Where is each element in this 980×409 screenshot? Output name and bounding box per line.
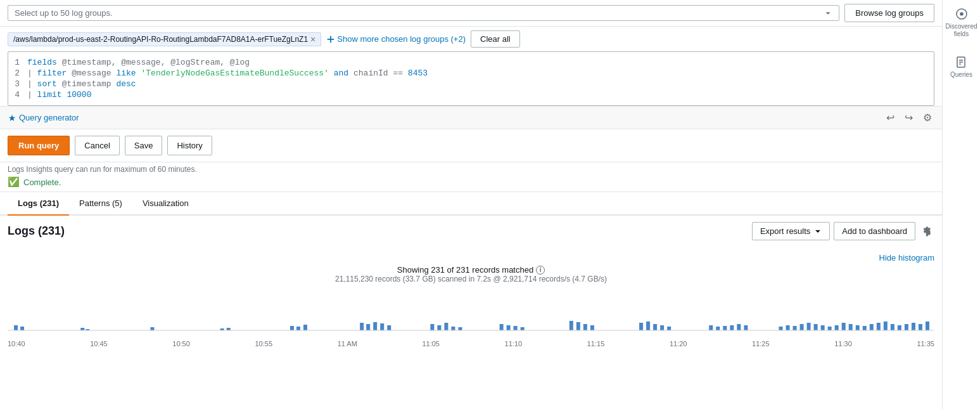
history-button[interactable]: History (167, 136, 212, 155)
svg-rect-12 (303, 325, 307, 330)
histogram-records: Showing 231 of 231 records matched i (8, 265, 934, 275)
svg-rect-30 (590, 325, 594, 330)
svg-rect-42 (779, 327, 782, 330)
svg-rect-20 (444, 323, 448, 330)
histogram-area: Hide histogram Showing 231 of 231 record… (0, 253, 942, 347)
sidebar-item-label-discovered: Discoveredfields (945, 23, 977, 38)
svg-rect-14 (366, 324, 370, 330)
svg-rect-38 (723, 326, 727, 330)
svg-rect-10 (290, 326, 294, 330)
query-line-3: 3 | sort @timestamp desc (8, 79, 934, 89)
query-line-1: 1 fields @timestamp, @message, @logStrea… (8, 57, 934, 68)
svg-rect-22 (458, 327, 462, 330)
log-group-placeholder: Select up to 50 log groups. (15, 8, 824, 18)
resize-handle[interactable] (926, 98, 934, 105)
svg-rect-4 (20, 327, 24, 330)
magic-icon (8, 114, 16, 122)
svg-rect-46 (807, 323, 811, 330)
svg-rect-60 (905, 324, 908, 330)
sidebar-item-label-queries: Queries (950, 71, 972, 78)
tag-close-button[interactable]: × (310, 35, 315, 44)
browse-log-groups-button[interactable]: Browse log groups (844, 4, 934, 22)
x-axis-labels: 10:40 10:45 10:50 10:55 11 AM 11:05 11:1… (8, 339, 934, 347)
svg-rect-62 (919, 324, 922, 330)
tag-row: /aws/lambda/prod-us-east-2-RoutingAPI-Ro… (0, 27, 942, 51)
svg-rect-56 (877, 323, 881, 330)
svg-rect-47 (814, 324, 818, 330)
query-toolbar: Query generator ↩ ↪ ⚙ (0, 106, 942, 129)
svg-rect-28 (576, 322, 580, 330)
plus-icon (326, 35, 335, 44)
svg-rect-53 (856, 325, 860, 330)
svg-rect-25 (514, 326, 518, 330)
export-results-button[interactable]: Export results (752, 222, 830, 240)
logs-section: Logs (231) Export results Add to dashboa… (0, 216, 942, 253)
hide-histogram-link[interactable]: Hide histogram (879, 253, 934, 263)
histogram-chart (8, 286, 934, 337)
svg-rect-3 (14, 325, 18, 330)
svg-rect-39 (730, 325, 734, 330)
svg-rect-27 (570, 321, 573, 330)
tab-patterns[interactable]: Patterns (5) (69, 192, 132, 216)
complete-status: Complete. (23, 178, 61, 187)
dropdown-chevron-icon (824, 9, 832, 18)
sidebar-item-queries[interactable]: Queries (948, 53, 975, 81)
svg-rect-54 (863, 326, 867, 330)
svg-rect-63 (926, 321, 929, 330)
svg-rect-36 (709, 325, 713, 330)
settings-button[interactable]: ⚙ (920, 110, 934, 125)
info-icon: i (536, 266, 545, 275)
svg-rect-23 (500, 324, 504, 330)
undo-button[interactable]: ↩ (884, 110, 897, 125)
dropdown-arrow-icon (814, 228, 822, 235)
clear-all-button[interactable]: Clear all (471, 30, 520, 48)
sidebar-item-discovered-fields[interactable]: Discoveredfields (943, 5, 979, 41)
run-query-button[interactable]: Run query (8, 136, 70, 155)
histogram-header-row: Hide histogram (8, 253, 934, 265)
tab-visualization[interactable]: Visualization (132, 192, 199, 216)
svg-rect-58 (891, 324, 894, 330)
svg-rect-34 (660, 325, 664, 330)
query-lines[interactable]: 1 fields @timestamp, @message, @logStrea… (8, 52, 934, 105)
complete-icon: ✅ (8, 176, 20, 188)
svg-rect-1 (328, 39, 334, 40)
svg-rect-59 (898, 325, 901, 330)
svg-rect-21 (451, 327, 455, 330)
svg-rect-35 (667, 327, 671, 330)
svg-rect-29 (583, 324, 587, 330)
cancel-button[interactable]: Cancel (75, 136, 119, 155)
svg-rect-44 (793, 326, 797, 330)
query-generator-link[interactable]: Query generator (8, 113, 79, 122)
svg-rect-5 (80, 328, 84, 330)
circle-dot-icon (955, 8, 968, 20)
svg-rect-61 (912, 323, 915, 330)
save-button[interactable]: Save (125, 136, 163, 155)
show-more-link[interactable]: Show more chosen log groups (+2) (326, 34, 466, 44)
add-to-dashboard-button[interactable]: Add to dashboard (834, 222, 915, 240)
svg-rect-49 (828, 327, 832, 330)
svg-rect-40 (737, 324, 741, 330)
redo-button[interactable]: ↪ (902, 110, 915, 125)
svg-rect-48 (821, 325, 825, 330)
svg-rect-55 (870, 324, 874, 330)
logs-header: Logs (231) Export results Add to dashboa… (8, 222, 934, 240)
logs-settings-button[interactable] (919, 224, 934, 239)
top-bar: Select up to 50 log groups. Browse log g… (0, 0, 942, 27)
svg-point-66 (960, 13, 963, 15)
query-generator-label: Query generator (19, 113, 79, 122)
histogram-info: Showing 231 of 231 records matched i 21,… (8, 265, 934, 283)
svg-rect-15 (373, 322, 377, 330)
action-bar: Run query Cancel Save History (0, 129, 942, 162)
svg-rect-9 (227, 328, 231, 330)
svg-rect-52 (849, 324, 853, 330)
log-group-selector[interactable]: Select up to 50 log groups. (8, 5, 839, 21)
query-editor[interactable]: 1 fields @timestamp, @message, @logStrea… (8, 51, 934, 106)
tag-label: /aws/lambda/prod-us-east-2-RoutingAPI-Ro… (13, 35, 308, 44)
svg-rect-17 (387, 325, 391, 330)
svg-rect-45 (800, 324, 804, 330)
svg-rect-31 (639, 323, 643, 330)
svg-rect-57 (884, 321, 888, 330)
logs-title: Logs (231) (8, 224, 752, 238)
svg-rect-11 (296, 327, 300, 330)
tab-logs[interactable]: Logs (231) (8, 192, 69, 216)
